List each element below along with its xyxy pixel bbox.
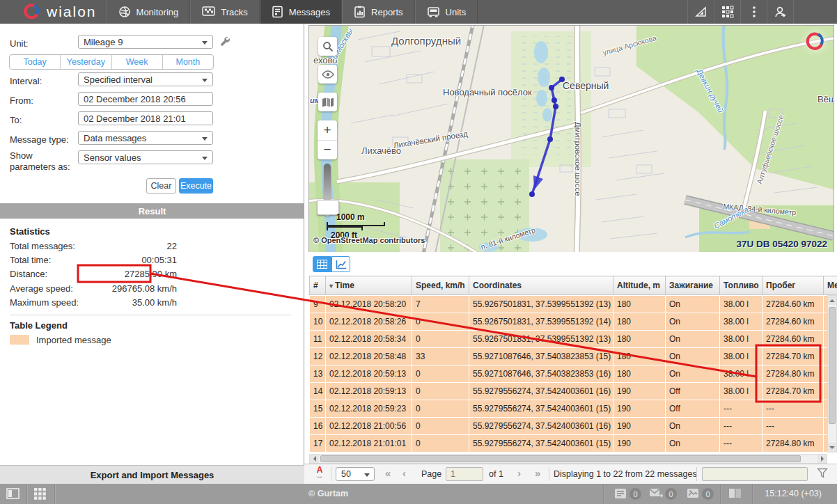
map-search-button[interactable]	[318, 37, 337, 56]
table-cell: 38.00 l	[720, 383, 762, 400]
routing-tool-button[interactable]	[687, 0, 714, 24]
wrench-icon[interactable]	[219, 36, 230, 49]
col-number[interactable]: #	[310, 276, 326, 295]
horizontal-scroll-thumb[interactable]	[320, 455, 801, 462]
col-altitude[interactable]: Altitude, m	[613, 276, 666, 295]
photos-button[interactable]	[687, 488, 699, 501]
range-yesterday[interactable]: Yesterday	[61, 55, 111, 69]
displaying-status: Displaying 1 to 22 from 22 messages	[554, 469, 697, 479]
vertical-scrollbar[interactable]	[827, 295, 837, 452]
range-month[interactable]: Month	[163, 55, 213, 69]
table-cell: 55.9267501831, 37.5399551392 (13)	[469, 331, 613, 348]
map-canvas[interactable]: ДолгопрудныйеховоНоводачный посёлокСевер…	[308, 25, 834, 253]
chart-view-toggle[interactable]	[331, 256, 350, 272]
tab-monitoring[interactable]: Monitoring	[107, 0, 191, 24]
user-logout-button[interactable]	[767, 0, 794, 24]
to-input[interactable]	[78, 111, 213, 125]
table-cell: 55.9279556274, 37.5424003601 (16)	[469, 418, 613, 435]
notices-button[interactable]	[614, 488, 627, 501]
table-row[interactable]: 1702.12.2018 21:01:01055.9279556274, 37.…	[310, 435, 828, 452]
tab-messages[interactable]: Messages	[260, 0, 342, 24]
table-row[interactable]: 1002.12.2018 20:58:26055.9267501831, 37.…	[310, 313, 828, 331]
page-number-input[interactable]	[446, 467, 483, 481]
driver-messages-button[interactable]	[649, 488, 663, 501]
unit-select-value: Mileage 9	[84, 37, 123, 47]
page-size-select[interactable]: 50	[336, 467, 375, 481]
tab-units[interactable]: Units	[415, 0, 478, 24]
last-page-button[interactable]: »	[535, 467, 540, 479]
stat-value: 00:05:31	[86, 255, 177, 265]
table-cell: 38.00 l	[720, 348, 762, 365]
col-fuel[interactable]: Топливо	[720, 276, 762, 295]
table-row[interactable]: 1302.12.2018 20:59:13055.9271087646, 37.…	[310, 365, 828, 383]
col-coordinates[interactable]: Coordinates	[469, 276, 613, 295]
map-visibility-button[interactable]	[318, 65, 337, 84]
scroll-left-button[interactable]	[310, 455, 319, 463]
message-type-select[interactable]: Data messages	[78, 131, 213, 145]
stat-total-time: Total time: 00:05:31	[10, 255, 177, 265]
messages-tbody: 902.12.2018 20:58:20755.9267501831, 37.5…	[310, 296, 828, 452]
bottom-apps-grid-button[interactable]	[34, 488, 46, 502]
scroll-down-button[interactable]	[828, 443, 836, 452]
interval-select[interactable]: Specified interval	[78, 72, 213, 86]
range-week[interactable]: Week	[112, 55, 163, 69]
map-utm-coordinates: 37U DB 05420 97022	[736, 239, 827, 249]
scroll-right-button[interactable]	[818, 455, 827, 463]
tab-tracks[interactable]: Tracks	[190, 0, 260, 24]
horizontal-scrollbar[interactable]	[309, 454, 827, 464]
execute-button[interactable]: Execute	[179, 178, 213, 194]
vertical-scroll-thumb[interactable]	[829, 307, 836, 424]
apps-grid-button[interactable]	[714, 0, 740, 24]
table-row[interactable]: 902.12.2018 20:58:20755.9267501831, 37.5…	[310, 296, 828, 313]
pagination-bar: A ↔ 50 « ‹ Page of 1 › » Displaying 1 to…	[304, 464, 837, 484]
table-cell: 11	[310, 331, 326, 348]
stat-label: Maximum speed:	[10, 297, 86, 308]
table-cell: 27284.60 km	[762, 331, 824, 348]
table-cell: ---	[762, 418, 824, 435]
unit-select[interactable]: Mileage 9	[78, 35, 213, 49]
table-row[interactable]: 1102.12.2018 20:58:34055.9267501831, 37.…	[310, 331, 828, 348]
col-mileage[interactable]: Пробег	[762, 276, 824, 295]
col-ignition[interactable]: Зажигание	[666, 276, 720, 295]
page-of-label: of 1	[489, 469, 503, 479]
scroll-up-button[interactable]	[828, 296, 836, 305]
filter-input[interactable]	[702, 467, 808, 481]
table-cell: 0	[412, 313, 469, 331]
col-time[interactable]: ▾Time	[326, 276, 412, 295]
clear-button[interactable]: Clear	[146, 178, 176, 194]
range-today[interactable]: Today	[10, 55, 61, 69]
result-header: Result	[0, 203, 304, 219]
zoom-out-button[interactable]: −	[318, 141, 337, 160]
collapse-panel-button[interactable]	[6, 488, 19, 501]
table-row[interactable]: 1202.12.2018 20:58:483355.9271087646, 37…	[310, 348, 828, 365]
map-source-button[interactable]	[318, 93, 337, 111]
table-row[interactable]: 1502.12.2018 20:59:23055.9279556274, 37.…	[310, 400, 828, 418]
message-type-label: Message type:	[10, 134, 69, 145]
col-speed[interactable]: Speed, km/h	[412, 276, 469, 295]
table-cell: 02.12.2018 20:58:26	[326, 313, 412, 331]
col-clipped[interactable]: Me	[824, 276, 837, 295]
export-import-button[interactable]: Export and Import Messages	[0, 465, 304, 484]
tab-label: Messages	[289, 7, 330, 17]
interval-select-value: Specified interval	[84, 74, 152, 85]
table-row[interactable]: 1402.12.2018 20:59:13055.9279556274, 37.…	[310, 383, 828, 400]
tab-reports[interactable]: Reports	[342, 0, 415, 24]
top-navbar: wialon Monitoring Tracks Messages Re	[0, 0, 837, 24]
table-row[interactable]: 1602.12.2018 21:00:56055.9279556274, 37.…	[310, 418, 828, 435]
from-input[interactable]	[78, 92, 213, 106]
more-menu-button[interactable]	[740, 0, 767, 24]
table-cell: ---	[720, 435, 762, 452]
table-view-toggle[interactable]	[313, 256, 331, 272]
prev-page-button[interactable]: ‹	[402, 467, 406, 479]
layout-panels-button[interactable]	[728, 488, 742, 501]
autofit-columns-button[interactable]: A ↔	[312, 466, 327, 482]
tab-label: Monitoring	[136, 7, 179, 17]
filter-funnel-icon[interactable]	[817, 468, 828, 481]
wialon-brand[interactable]: wialon	[0, 0, 107, 24]
zoom-in-button[interactable]: +	[318, 120, 337, 141]
table-cell: 0	[412, 365, 469, 383]
zoom-controls: + −	[318, 120, 337, 159]
show-params-select[interactable]: Sensor values	[78, 150, 213, 164]
next-page-button[interactable]: ›	[517, 467, 521, 479]
first-page-button[interactable]: «	[385, 467, 391, 479]
